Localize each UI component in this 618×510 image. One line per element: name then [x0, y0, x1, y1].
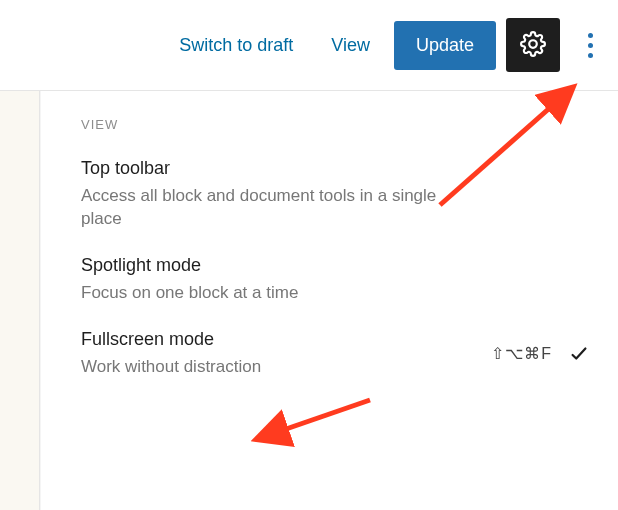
menu-item-title: Spotlight mode: [81, 255, 590, 276]
menu-item-desc: Work without distraction: [81, 356, 261, 379]
menu-item-top-toolbar[interactable]: Top toolbar Access all block and documen…: [81, 158, 590, 231]
editor-canvas-edge: [0, 91, 40, 510]
menu-item-desc: Access all block and document tools in a…: [81, 185, 451, 231]
view-button[interactable]: View: [317, 25, 384, 66]
menu-item-fullscreen-mode[interactable]: Fullscreen mode Work without distraction…: [81, 329, 590, 379]
menu-item-desc: Focus on one block at a time: [81, 282, 451, 305]
menu-item-title: Fullscreen mode: [81, 329, 261, 350]
settings-button[interactable]: [506, 18, 560, 72]
kebab-icon: [588, 33, 593, 58]
more-options-button[interactable]: [570, 18, 610, 72]
keyboard-shortcut: ⇧⌥⌘F: [491, 344, 552, 363]
check-icon: [568, 343, 590, 365]
menu-item-spotlight-mode[interactable]: Spotlight mode Focus on one block at a t…: [81, 255, 590, 305]
menu-item-title: Top toolbar: [81, 158, 590, 179]
options-dropdown-panel: VIEW Top toolbar Access all block and do…: [40, 91, 618, 510]
menu-section-label: VIEW: [81, 117, 590, 132]
update-button[interactable]: Update: [394, 21, 496, 70]
gear-icon: [520, 31, 546, 60]
switch-to-draft-button[interactable]: Switch to draft: [165, 25, 307, 66]
editor-toolbar: Switch to draft View Update: [0, 0, 618, 91]
